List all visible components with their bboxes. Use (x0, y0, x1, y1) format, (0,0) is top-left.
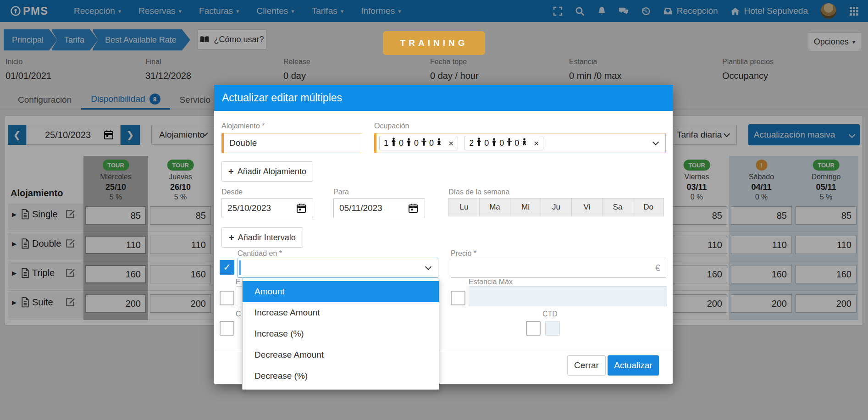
accommodation-value: Double (229, 138, 257, 148)
close-button[interactable]: Cerrar (567, 355, 606, 376)
adults-count: 2 (469, 138, 474, 148)
dropdown-option-increase[interactable]: Increase (%) (243, 323, 439, 344)
occupancy-chips: 1000×2000× (379, 136, 550, 150)
child-icon (421, 138, 427, 149)
weekday-button-sa[interactable]: Sa (602, 198, 633, 216)
pms-app: PMS RecepciónReservasFacturasClientesTar… (0, 0, 868, 420)
max-stay-checkbox[interactable] (451, 291, 465, 305)
remove-chip-icon[interactable]: × (534, 139, 539, 148)
plus-icon: + (228, 166, 234, 177)
extra-adults-count: 0 (399, 138, 404, 148)
accommodation-label: Alojamiento * (221, 122, 265, 130)
from-label: Desde (221, 188, 243, 196)
max-stay-input (469, 286, 667, 306)
to-date-input[interactable]: 05/11/2023 (333, 198, 425, 218)
chevron-down-icon (652, 139, 659, 145)
add-interval-label: Añadir Intervalo (238, 233, 296, 243)
estancia-min-label-fragment: E (236, 278, 241, 286)
ctd-label: CTD (542, 310, 558, 318)
modal-header: Actualizar editar múltiples (214, 85, 673, 111)
dropdown-option-amount[interactable]: Amount (243, 281, 439, 302)
ctd-checkbox[interactable] (526, 321, 541, 336)
baby-icon (521, 138, 527, 149)
currency-symbol: € (655, 263, 660, 273)
weekday-button-vi[interactable]: Vi (571, 198, 603, 216)
price-input[interactable]: € (451, 258, 666, 278)
cerrado-label-fragment: C (236, 310, 241, 318)
dropdown-option-decrease-amount[interactable]: Decrease Amount (243, 344, 439, 365)
weekdays-label: Días de la semana (448, 188, 509, 196)
to-date-value: 05/11/2023 (339, 203, 382, 213)
adult-icon (491, 138, 497, 149)
dropdown-option-increase-amount[interactable]: Increase Amount (243, 302, 439, 323)
amount-row-checkbox[interactable]: ✓ (220, 260, 234, 275)
babies-count: 0 (429, 138, 434, 148)
remove-chip-icon[interactable]: × (448, 139, 453, 148)
to-label: Para (333, 188, 349, 196)
calendar-icon (296, 203, 306, 213)
occupancy-chip-1[interactable]: 1000× (379, 136, 458, 150)
babies-count: 0 (514, 138, 519, 148)
bulk-edit-modal: Actualizar editar múltiples Alojamiento … (214, 85, 673, 384)
price-label: Precio * (451, 249, 476, 258)
children-count: 0 (414, 138, 419, 148)
max-stay-label: Estancia Máx (469, 278, 513, 286)
child-icon (506, 138, 512, 149)
closed-checkbox[interactable] (220, 321, 234, 336)
accommodation-field[interactable]: Double (221, 133, 362, 153)
text-cursor (239, 260, 241, 275)
occupancy-label: Ocupación (374, 122, 409, 130)
adult-icon (391, 138, 397, 149)
amount-in-select[interactable] (238, 258, 438, 278)
occupancy-chip-2[interactable]: 2000× (464, 136, 543, 150)
from-date-input[interactable]: 25/10/2023 (221, 198, 313, 218)
occupancy-select[interactable]: 1000×2000× (374, 133, 666, 153)
update-button[interactable]: Actualizar (608, 355, 659, 376)
weekday-button-ma[interactable]: Ma (479, 198, 510, 216)
weekday-button-do[interactable]: Do (633, 198, 664, 216)
dropdown-option-decrease[interactable]: Decrease (%) (243, 365, 439, 387)
amount-in-dropdown: AmountIncrease AmountIncrease (%)Decreas… (242, 278, 439, 390)
weekday-button-ju[interactable]: Ju (541, 198, 572, 216)
training-badge: TRAINING (383, 31, 485, 55)
add-accommodation-button[interactable]: + Añadir Alojamiento (221, 161, 313, 182)
add-interval-button[interactable]: + Añadir Intervalo (221, 227, 303, 248)
chevron-down-icon (425, 264, 431, 270)
from-date-value: 25/10/2023 (227, 203, 271, 213)
plus-icon: + (229, 232, 234, 243)
calendar-icon (408, 203, 418, 213)
weekday-button-lu[interactable]: Lu (448, 198, 480, 216)
adult-icon (476, 138, 482, 149)
amount-in-label: Cantidad en * (238, 249, 282, 258)
adult-icon (406, 138, 412, 149)
children-count: 0 (499, 138, 504, 148)
min-stay-checkbox[interactable] (220, 291, 234, 305)
ctd-field (545, 321, 560, 336)
extra-adults-count: 0 (484, 138, 489, 148)
weekday-button-mi[interactable]: Mi (510, 198, 541, 216)
add-accommodation-label: Añadir Alojamiento (238, 167, 306, 177)
adults-count: 1 (384, 138, 388, 148)
baby-icon (436, 138, 442, 149)
modal-title: Actualizar editar múltiples (222, 92, 342, 104)
